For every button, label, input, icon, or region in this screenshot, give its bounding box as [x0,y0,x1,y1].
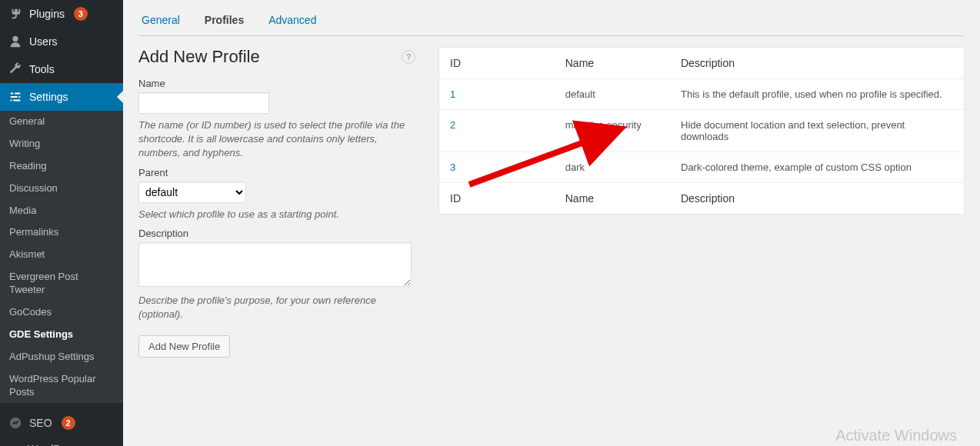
seo-icon [8,415,23,431]
main-content: General Profiles Advanced Add New Profil… [123,0,980,446]
name-hint: The name (or ID number) is used to selec… [138,118,415,161]
wrench-icon [8,62,23,77]
submenu-permalinks[interactable]: Permalinks [0,221,123,244]
profile-name: default [555,79,670,110]
submenu-evergreen[interactable]: Evergreen Post Tweeter [0,266,123,301]
name-input[interactable] [138,92,269,114]
submenu-gde-settings[interactable]: GDE Settings [0,324,123,346]
parent-hint: Select which profile to use as a startin… [138,208,415,221]
update-badge: 3 [74,7,88,21]
profile-id-link[interactable]: 2 [450,119,455,131]
user-icon [8,34,23,49]
sidebar-item-seo[interactable]: SEO 2 [0,409,123,437]
profile-desc: This is the default profile, used when n… [670,79,965,110]
profile-id-link[interactable]: 3 [450,161,455,173]
name-label: Name [138,78,415,89]
tab-profiles[interactable]: Profiles [202,9,247,35]
sidebar-item-plugins[interactable]: Plugins 3 [0,0,123,28]
desc-hint: Describe the profile's purpose, for your… [138,294,415,321]
desc-label: Description [138,228,415,239]
submenu-adpushup[interactable]: AdPushup Settings [0,346,123,368]
th-desc[interactable]: Description [670,48,965,79]
help-icon[interactable]: ? [402,50,415,64]
add-profile-button[interactable]: Add New Profile [138,335,230,358]
profile-name: dark [555,152,670,183]
th-name[interactable]: Name [555,48,670,79]
sidebar-label: Settings [29,91,68,103]
submenu-wp-popular[interactable]: WordPress Popular Posts [0,368,123,404]
sidebar-item-users[interactable]: Users [0,28,123,55]
sidebar-label: Tools [29,63,55,75]
plug-icon [8,6,23,22]
section-title-text: Add New Profile [138,47,260,66]
sidebar-label: Users [29,35,58,48]
admin-sidebar: Plugins 3 Users Tools Settings General W… [0,0,123,446]
table-row: 3 dark Dark-colored theme, example of cu… [439,152,965,183]
table-row: 2 max-doc-security Hide document locatio… [439,110,965,152]
sidebar-label: Plugins [29,8,65,20]
sidebar-item-settings[interactable]: Settings [0,83,123,111]
profile-name: max-doc-security [555,110,670,152]
sliders-icon [8,89,23,105]
submenu-writing[interactable]: Writing [0,133,123,155]
profile-desc: Hide document location and text selectio… [670,110,965,152]
profile-id-link[interactable]: 1 [450,88,455,100]
sidebar-label: WordPress youtube viral subscribe [28,443,115,446]
sidebar-item-tools[interactable]: Tools [0,55,123,83]
os-watermark: Activate Windows [835,427,957,444]
th-id[interactable]: ID [439,48,555,79]
submenu-discussion[interactable]: Discussion [0,178,123,200]
submenu-media[interactable]: Media [0,200,123,222]
submenu-gocodes[interactable]: GoCodes [0,301,123,324]
desc-input[interactable] [138,242,412,287]
tf-name[interactable]: Name [555,183,670,215]
profile-desc: Dark-colored theme, example of custom CS… [670,152,965,183]
tab-general[interactable]: General [138,9,183,36]
submenu-general[interactable]: General [0,111,123,133]
submenu-akismet[interactable]: Akismet [0,244,123,266]
table-row: 1 default This is the default profile, u… [439,79,965,110]
parent-select[interactable]: default [138,181,246,203]
tab-advanced[interactable]: Advanced [265,9,319,36]
add-profile-form: Add New Profile ? Name The name (or ID n… [138,47,415,358]
settings-submenu: General Writing Reading Discussion Media… [0,111,123,403]
submenu-reading[interactable]: Reading [0,155,123,178]
parent-label: Parent [138,167,415,178]
tf-id[interactable]: ID [439,183,555,215]
settings-tabs: General Profiles Advanced [138,0,965,36]
profiles-table-wrap: ID Name Description 1 default This is th… [438,47,965,358]
profiles-table: ID Name Description 1 default This is th… [438,47,965,215]
sidebar-label: SEO [29,417,52,429]
tf-desc[interactable]: Description [670,183,965,215]
update-badge: 2 [62,416,75,430]
section-title: Add New Profile ? [138,47,415,72]
sidebar-item-youtube[interactable]: WordPress youtube viral subscribe [0,437,123,446]
